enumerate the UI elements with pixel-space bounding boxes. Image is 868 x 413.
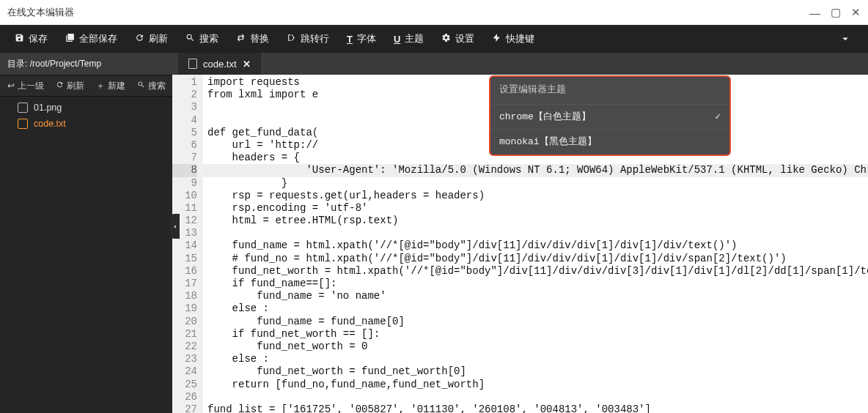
save-all-icon <box>65 33 75 45</box>
line-number: 4 <box>172 114 197 127</box>
toolbar-overflow[interactable] <box>828 25 862 53</box>
line-number: 8 <box>172 164 197 176</box>
window-controls: — ▢ ✕ <box>809 6 861 19</box>
search-icon <box>137 81 145 91</box>
file-sidebar: 目录: /root/Project/Temp ↩ 上一级 刷新 ＋ 新建 <box>0 53 172 413</box>
replace-label: 替换 <box>250 32 269 45</box>
document-icon <box>188 59 197 69</box>
save-icon <box>15 33 24 45</box>
check-icon: ✓ <box>715 111 721 123</box>
font-label: 字体 <box>357 32 376 45</box>
save-label: 保存 <box>29 32 48 45</box>
code-line[interactable]: fund_net_worth = html.xpath('//*[@id="bo… <box>203 265 868 278</box>
sidebar-search-button[interactable]: 搜索 <box>131 75 172 96</box>
line-number: 17 <box>172 278 197 290</box>
code-line[interactable]: fund_name = 'no name' <box>203 290 868 302</box>
font-icon: T <box>347 34 353 45</box>
line-number: 24 <box>172 365 197 378</box>
code-line[interactable]: rsp = requests.get(url,headers = headers… <box>203 190 868 202</box>
code-line[interactable]: 'User-Agent': 'Mozilla/5.0 (Windows NT 6… <box>203 164 868 176</box>
shortcuts-button[interactable]: 快捷键 <box>483 25 543 53</box>
line-number: 15 <box>172 253 197 265</box>
code-line[interactable]: fund_net_worth = 0 <box>203 341 868 353</box>
file-item[interactable]: code.txt <box>0 116 172 132</box>
settings-button[interactable]: 设置 <box>433 25 483 53</box>
plus-icon: ＋ <box>96 80 105 92</box>
goto-line-button[interactable]: 跳转行 <box>278 25 338 53</box>
maximize-button[interactable]: ▢ <box>831 6 841 19</box>
main-toolbar: 保存 全部保存 刷新 搜索 替换 跳转行 T 字体 U 主题 <box>0 25 868 53</box>
settings-icon <box>441 33 451 45</box>
theme-option[interactable]: monokai【黑色主题】 <box>490 129 729 154</box>
window-title: 在线文本编辑器 <box>7 6 809 19</box>
code-line[interactable]: if fund_name==[]: <box>203 278 868 290</box>
code-line[interactable]: } <box>203 177 868 190</box>
code-line[interactable]: else : <box>203 302 868 315</box>
theme-icon: U <box>394 34 400 45</box>
code-line[interactable]: rsp.encoding = 'utf-8' <box>203 202 868 215</box>
sidebar-search-label: 搜索 <box>148 80 166 92</box>
file-name: code.txt <box>34 119 66 129</box>
tab-close-icon[interactable]: ✕ <box>243 59 251 70</box>
sidebar-refresh-label: 刷新 <box>67 80 84 92</box>
code-editor[interactable]: 1234567891011121314151617181920212223242… <box>172 75 868 413</box>
code-line[interactable] <box>203 227 868 239</box>
code-line[interactable]: if fund_net_worth == []: <box>203 328 868 341</box>
theme-option-label: chrome【白色主题】 <box>499 111 715 123</box>
refresh-button[interactable]: 刷新 <box>126 25 177 53</box>
sidebar-new-label: 新建 <box>108 80 125 92</box>
file-item[interactable]: 01.png <box>0 100 172 116</box>
search-button[interactable]: 搜索 <box>177 25 227 53</box>
theme-option-label: monokai【黑色主题】 <box>499 135 721 148</box>
sidebar-collapse-handle[interactable] <box>169 214 180 239</box>
line-number: 21 <box>172 328 197 341</box>
code-line[interactable]: fund_name = fund_name[0] <box>203 316 868 328</box>
line-number: 25 <box>172 379 197 391</box>
refresh-icon <box>135 33 144 45</box>
shortcuts-label: 快捷键 <box>506 32 534 45</box>
editor-tab[interactable]: code.txt ✕ <box>178 53 261 75</box>
code-line[interactable]: return [fund_no,fund_name,fund_net_worth… <box>203 379 868 391</box>
line-number: 9 <box>172 177 197 190</box>
line-number: 18 <box>172 290 197 302</box>
directory-path: /root/Project/Temp <box>30 59 101 69</box>
close-button[interactable]: ✕ <box>851 6 861 19</box>
save-all-label: 全部保存 <box>79 32 117 45</box>
theme-option[interactable]: chrome【白色主题】✓ <box>490 104 729 129</box>
code-line[interactable]: fund_list = ['161725', '005827', '011130… <box>203 403 868 413</box>
code-line[interactable]: else : <box>203 353 868 365</box>
code-line[interactable] <box>203 391 868 403</box>
minimize-button[interactable]: — <box>809 7 820 19</box>
up-icon: ↩ <box>7 81 15 91</box>
line-number: 14 <box>172 239 197 252</box>
file-name: 01.png <box>34 103 62 113</box>
editor-pane: code.txt ✕ 12345678910111213141516171819… <box>172 53 868 413</box>
sidebar-up-button[interactable]: ↩ 上一级 <box>0 75 50 96</box>
line-number: 11 <box>172 202 197 215</box>
directory-bar: 目录: /root/Project/Temp <box>0 53 172 75</box>
code-line[interactable]: html = etree.HTML(rsp.text) <box>203 215 868 227</box>
line-number: 6 <box>172 139 197 152</box>
sidebar-new-button[interactable]: ＋ 新建 <box>90 75 131 96</box>
replace-button[interactable]: 替换 <box>227 25 278 53</box>
goto-line-label: 跳转行 <box>301 32 329 45</box>
theme-button[interactable]: U 主题 <box>385 25 433 53</box>
theme-menu: 设置编辑器主题 chrome【白色主题】✓monokai【黑色主题】 <box>489 75 731 156</box>
code-line[interactable]: # fund_no = html.xpath('//*[@id="body"]/… <box>203 253 868 265</box>
line-number: 10 <box>172 190 197 202</box>
line-number: 19 <box>172 302 197 315</box>
line-number: 3 <box>172 101 197 114</box>
font-button[interactable]: T 字体 <box>338 25 385 53</box>
line-number: 27 <box>172 403 197 413</box>
code-line[interactable]: fund_name = html.xpath('//*[@id="body"]/… <box>203 239 868 252</box>
line-number: 23 <box>172 353 197 365</box>
replace-icon <box>236 33 246 45</box>
directory-label: 目录: <box>7 58 27 70</box>
sidebar-refresh-button[interactable]: 刷新 <box>50 75 90 96</box>
save-all-button[interactable]: 全部保存 <box>56 25 126 53</box>
refresh-icon <box>56 81 64 91</box>
tab-filename: code.txt <box>203 59 237 70</box>
sidebar-up-label: 上一级 <box>18 80 44 92</box>
save-button[interactable]: 保存 <box>6 25 56 53</box>
code-line[interactable]: fund_net_worth = fund_net_worth[0] <box>203 365 868 378</box>
